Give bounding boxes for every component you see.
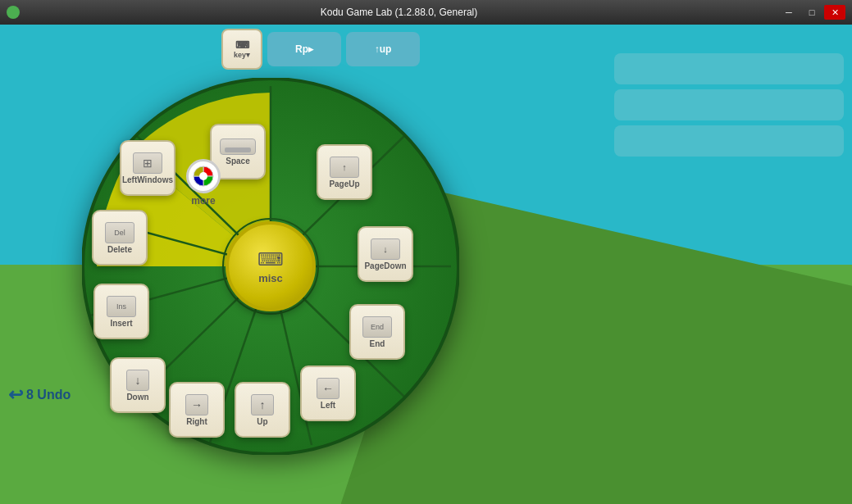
key-pagedown[interactable]: ↓ PageDown [358,226,413,282]
connector-element: Rp▸ [267,32,341,66]
undo-badge[interactable]: ↩ 8 Undo [8,384,71,406]
info-box-1 [614,53,844,84]
maximize-button[interactable]: □ [801,5,822,20]
titlebar: Kodu Game Lab (1.2.88.0, General) ─ □ ✕ [0,0,852,25]
key-end[interactable]: End End [349,304,405,360]
key-down[interactable]: ↓ Down [110,357,166,413]
titlebar-buttons: ─ □ ✕ [778,5,845,20]
undo-label: 8 Undo [26,388,71,402]
more-icon [186,159,221,193]
key-up[interactable]: ↑ Up [235,382,290,438]
info-box-2 [614,89,844,120]
down-arrow-icon: ↓ [126,370,149,391]
wheel-center-button[interactable]: ⌨ misc [226,221,316,311]
svg-point-12 [199,172,207,180]
right-arrow-icon: → [185,394,208,415]
key-insert-label: Insert [110,319,132,328]
titlebar-app-icon [7,6,20,19]
info-boxes [614,53,844,157]
key-pageup[interactable]: ↑ PageUp [317,144,372,200]
connector-up-element: ↑up [346,32,420,66]
up-arrow-icon: ↑ [251,394,274,415]
key-up-label: Up [257,417,267,426]
window-title: Kodu Game Lab (1.2.88.0, General) [20,7,778,18]
main-content: ↩ 8 Undo [0,25,852,504]
left-arrow-icon: ← [317,378,339,399]
pie-wheel-container: ⌨ misc Space ↑ PageUp [66,61,476,496]
more-label: more [191,195,215,207]
center-label: misc [258,272,283,284]
top-connector: ⌨ key▾ Rp▸ ↑up [221,29,420,70]
more-button[interactable]: more [175,155,231,211]
keyboard-icon: ⌨ [257,249,284,270]
key-pagedown-label: PageDown [364,261,406,270]
key-right[interactable]: → Right [169,382,225,438]
key-right-label: Right [186,417,207,426]
key-insert[interactable]: Ins Insert [93,284,149,339]
pie-wheel: ⌨ misc Space ↑ PageUp [82,78,459,455]
key-end-label: End [370,339,385,348]
key-leftwindows[interactable]: ⊞ LeftWindows [120,140,175,196]
key-left-label: Left [321,401,335,410]
undo-icon: ↩ [8,384,23,406]
key-down-label: Down [126,393,148,402]
info-box-3 [614,125,844,157]
key-left[interactable]: ← Left [300,366,356,421]
key-delete-label: Delete [107,245,132,254]
top-key-card-1[interactable]: ⌨ key▾ [221,29,262,70]
key-pageup-label: PageUp [329,179,359,188]
key-leftwindows-label: LeftWindows [122,175,173,184]
minimize-button[interactable]: ─ [778,5,800,20]
key-delete[interactable]: Del Delete [92,210,148,266]
close-button[interactable]: ✕ [824,5,845,20]
